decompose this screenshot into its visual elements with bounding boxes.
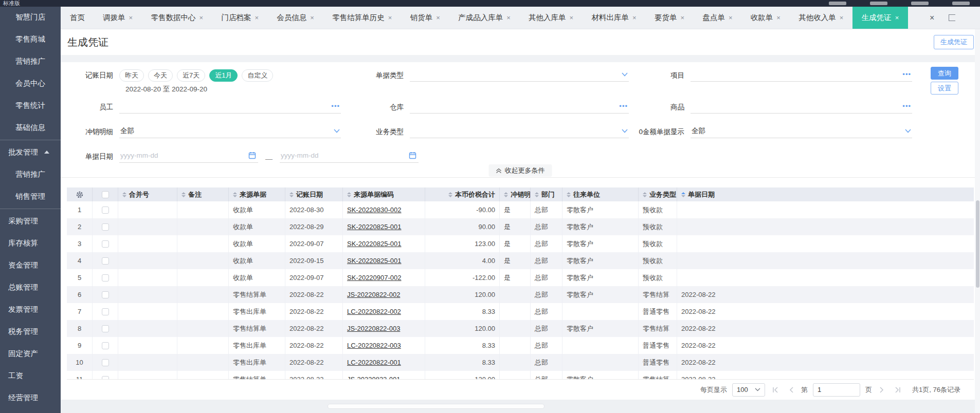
- header-doc-date[interactable]: 单据日期: [677, 187, 974, 201]
- sidebar-item[interactable]: 营销推广: [0, 163, 61, 185]
- select-all-checkbox[interactable]: [102, 191, 109, 198]
- table-row[interactable]: 9 零售出库单 2022-08-22 LC-20220822-003 8.33 …: [67, 337, 974, 354]
- generate-voucher-button[interactable]: 生成凭证: [934, 35, 974, 49]
- tab[interactable]: 门店档案 ×: [212, 7, 268, 29]
- row-checkbox[interactable]: [102, 206, 109, 214]
- doc-code-link[interactable]: LC-20220822-002: [347, 308, 401, 315]
- row-checkbox[interactable]: [102, 308, 109, 315]
- tab[interactable]: 会员信息 ×: [268, 7, 323, 29]
- writeoff-select[interactable]: 全部: [119, 125, 341, 138]
- date-range-chip[interactable]: 昨天: [119, 69, 144, 82]
- sidebar-item[interactable]: 零售统计: [0, 94, 61, 117]
- tab-close-icon[interactable]: ×: [199, 14, 203, 22]
- doc-code-link[interactable]: LC-20220822-001: [347, 359, 401, 366]
- header-department[interactable]: 部门: [531, 187, 562, 201]
- tab[interactable]: 产成品入库单 ×: [449, 7, 519, 29]
- tab-close-icon[interactable]: ×: [310, 14, 314, 22]
- sidebar-item[interactable]: 营销推广: [0, 50, 61, 72]
- sidebar-item[interactable]: 批发管理: [0, 141, 61, 163]
- horizontal-scrollbar[interactable]: [328, 404, 544, 408]
- sort-icon[interactable]: [643, 192, 647, 197]
- sidebar-item[interactable]: 工资: [0, 364, 61, 387]
- doc-code-link[interactable]: SK-20220830-002: [347, 206, 402, 214]
- header-note[interactable]: 备注: [177, 187, 229, 201]
- tab[interactable]: 盘点单 ×: [694, 7, 741, 29]
- sidebar-item[interactable]: 经营管理: [0, 386, 61, 409]
- tab[interactable]: 首页: [61, 7, 94, 29]
- row-checkbox[interactable]: [102, 359, 109, 366]
- sort-icon[interactable]: [233, 192, 237, 197]
- tab-close-icon[interactable]: ×: [388, 14, 392, 22]
- row-checkbox[interactable]: [102, 342, 109, 349]
- sidebar-item[interactable]: 零售商城: [0, 28, 61, 50]
- tab[interactable]: 生成凭证 ×: [852, 7, 908, 29]
- doc-date-start-input[interactable]: yyyy-mm-dd: [119, 149, 258, 163]
- vertical-scrollbar-track[interactable]: [975, 29, 980, 413]
- page-number-input[interactable]: [813, 383, 860, 397]
- tab-close-icon[interactable]: ×: [895, 14, 899, 22]
- date-range-chip[interactable]: 今天: [148, 69, 173, 82]
- tab[interactable]: 要货单 ×: [645, 7, 693, 29]
- doc-date-end-input[interactable]: yyyy-mm-dd: [280, 149, 419, 163]
- row-checkbox[interactable]: [102, 257, 109, 265]
- doc-code-link[interactable]: SK-20220825-001: [347, 223, 402, 231]
- sidebar-item[interactable]: 采购管理: [0, 210, 61, 232]
- tab[interactable]: 零售结算单历史 ×: [323, 7, 401, 29]
- row-checkbox[interactable]: [102, 376, 109, 380]
- date-range-chip[interactable]: 近1月: [209, 69, 238, 82]
- table-row[interactable]: 10 零售出库单 2022-08-22 LC-20220822-001 8.33…: [67, 354, 974, 371]
- row-checkbox[interactable]: [102, 240, 109, 248]
- tab[interactable]: 收款单 ×: [741, 7, 789, 29]
- query-button[interactable]: 查询: [931, 67, 958, 80]
- tab-close-icon[interactable]: ×: [632, 14, 637, 22]
- sidebar-item[interactable]: 销售管理: [0, 185, 61, 208]
- date-range-chip[interactable]: 近7天: [177, 69, 205, 82]
- tab[interactable]: 材料出库单 ×: [583, 7, 645, 29]
- sort-icon[interactable]: [535, 192, 539, 197]
- doc-code-link[interactable]: SK-20220825-001: [347, 257, 402, 265]
- sidebar-item[interactable]: 发票管理: [0, 298, 61, 321]
- header-partner[interactable]: 往来单位: [562, 187, 639, 201]
- tab-list-icon[interactable]: [949, 14, 955, 21]
- sidebar-item[interactable]: 税务管理: [0, 320, 61, 343]
- row-checkbox[interactable]: [102, 274, 109, 281]
- doc-code-link[interactable]: SK-20220825-001: [347, 240, 402, 248]
- doc-code-link[interactable]: JS-20220822-003: [347, 325, 400, 332]
- topbar-icon-fragment[interactable]: [911, 2, 929, 5]
- tab-close-icon[interactable]: ×: [129, 14, 133, 22]
- per-page-select[interactable]: 100: [732, 383, 765, 397]
- gear-icon[interactable]: [76, 191, 84, 199]
- sidebar-item[interactable]: 固定资产: [0, 342, 61, 365]
- table-row[interactable]: 7 零售出库单 2022-08-22 LC-20220822-002 8.33 …: [67, 303, 974, 320]
- header-amount[interactable]: 本币价税合计: [425, 187, 500, 201]
- header-business-type[interactable]: 业务类型: [639, 187, 677, 201]
- sort-icon[interactable]: [448, 192, 452, 197]
- sort-icon[interactable]: [504, 192, 508, 197]
- tab[interactable]: 调拨单 ×: [94, 7, 141, 29]
- tab[interactable]: 零售数据中心 ×: [142, 7, 212, 29]
- tab-close-icon[interactable]: ×: [255, 14, 259, 22]
- tab-close-icon[interactable]: ×: [776, 14, 781, 22]
- doc-code-link[interactable]: JS-20220822-001: [347, 376, 400, 379]
- tab-close-icon[interactable]: ×: [436, 14, 440, 22]
- table-row[interactable]: 4 收款单 2022-09-15 SK-20220825-001 4.00 是 …: [67, 252, 974, 269]
- employee-picker[interactable]: •••: [119, 100, 341, 114]
- first-page-button[interactable]: [770, 387, 782, 393]
- sort-icon[interactable]: [122, 192, 126, 197]
- zero-amount-select[interactable]: 全部: [691, 125, 912, 138]
- sort-icon[interactable]: [567, 192, 571, 197]
- next-page-button[interactable]: [877, 387, 886, 393]
- sidebar-item[interactable]: 智慧门店: [0, 6, 61, 28]
- doc-code-link[interactable]: LC-20220822-003: [347, 342, 401, 349]
- tab[interactable]: 其他入库单 ×: [519, 7, 582, 29]
- sort-icon[interactable]: [347, 192, 351, 197]
- sidebar-item[interactable]: 库存核算: [0, 232, 61, 254]
- tab-close-icon[interactable]: ×: [729, 14, 733, 22]
- table-row[interactable]: 3 收款单 2022-09-07 SK-20220825-001 123.00 …: [67, 235, 974, 252]
- topbar-icon-fragment[interactable]: [870, 2, 887, 5]
- sidebar-item[interactable]: 会员中心: [0, 72, 61, 95]
- tab[interactable]: 其他收入单 ×: [790, 7, 852, 29]
- topbar-icon-fragment[interactable]: [829, 2, 846, 5]
- table-row[interactable]: 8 零售结算单 2022-08-22 JS-20220822-003 120.0…: [67, 320, 974, 337]
- sort-icon[interactable]: [289, 192, 294, 197]
